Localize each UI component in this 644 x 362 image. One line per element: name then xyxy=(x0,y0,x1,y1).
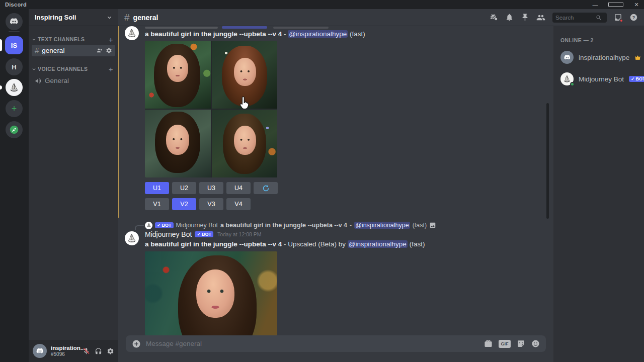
inbox-icon[interactable] xyxy=(614,13,622,22)
discord-logo-icon xyxy=(564,54,571,61)
window-close-button[interactable]: ✕ xyxy=(629,0,644,9)
category-text-channels[interactable]: TEXT CHANNELS + xyxy=(29,35,118,43)
upscaled-image[interactable] xyxy=(145,251,277,335)
avatar[interactable] xyxy=(33,344,47,358)
selected-server-pill xyxy=(0,39,2,51)
category-chevron-icon xyxy=(32,67,36,71)
bot-badge: ✓BOT xyxy=(629,76,644,82)
inbox-notification-dot xyxy=(619,19,623,23)
message-author[interactable]: Midjourney Bot xyxy=(145,230,192,238)
emoji-icon[interactable] xyxy=(531,339,540,348)
message-input[interactable] xyxy=(146,340,479,347)
member-row-inspirationalhype[interactable]: inspirationalhype xyxy=(560,50,640,65)
message-text: a beautiful girl in the junggle --upbeta… xyxy=(145,240,425,248)
reroll-button[interactable] xyxy=(254,182,278,194)
invite-people-icon[interactable] xyxy=(96,47,103,54)
user-settings-gear-icon[interactable] xyxy=(107,347,114,355)
variation-button-v4[interactable]: V4 xyxy=(226,198,251,210)
channel-sidebar: Inspiring Soli TEXT CHANNELS + # general… xyxy=(29,9,118,362)
avatar[interactable] xyxy=(125,26,139,40)
grid-image-3 xyxy=(145,110,211,177)
reply-preview: a beautiful girl in the junggle --upbeta… xyxy=(220,222,347,229)
channel-settings-gear-icon[interactable] xyxy=(106,47,112,54)
member-name: inspirationalhype xyxy=(579,54,629,61)
bot-badge: ✓BOT xyxy=(195,231,213,238)
attach-plus-icon[interactable] xyxy=(132,339,141,348)
reply-reference[interactable]: ✓BOT Midjourney Bot a beautiful girl in … xyxy=(145,221,436,229)
server-button-h[interactable]: H xyxy=(6,58,23,75)
gift-icon[interactable] xyxy=(484,339,493,348)
server-initials: H xyxy=(12,63,16,71)
member-name: Midjourney Bot xyxy=(579,75,624,83)
channel-general[interactable]: # general xyxy=(32,45,115,56)
channel-header: # general ? xyxy=(118,9,644,26)
prompt-text: a beautiful girl in the junggle --upbeta… xyxy=(145,30,282,38)
sticker-icon[interactable] xyxy=(517,339,525,348)
member-row-midjourney-bot[interactable]: Midjourney Bot ✓BOT xyxy=(560,71,640,86)
user-panel: inspiration... #5096 xyxy=(29,340,118,362)
upscale-button-u3[interactable]: U3 xyxy=(199,182,223,194)
generated-image-grid[interactable] xyxy=(145,41,277,177)
sailboat-icon xyxy=(126,28,137,39)
headphones-icon[interactable] xyxy=(95,347,102,355)
sailboat-icon xyxy=(146,223,151,228)
server-button-midjourney[interactable] xyxy=(6,79,23,96)
search-input[interactable] xyxy=(555,15,596,21)
plus-icon: + xyxy=(12,104,17,114)
reply-author[interactable]: Midjourney Bot xyxy=(176,222,218,229)
hash-icon: # xyxy=(124,12,130,23)
avatar xyxy=(145,222,152,229)
upscale-button-u4[interactable]: U4 xyxy=(226,182,251,194)
help-icon[interactable]: ? xyxy=(629,13,638,22)
member-list-icon[interactable] xyxy=(536,13,545,22)
threads-icon[interactable] xyxy=(490,13,498,22)
explore-servers-button[interactable] xyxy=(6,121,23,138)
window-minimize-button[interactable]: — xyxy=(588,0,603,9)
variation-button-v2[interactable]: V2 xyxy=(172,198,196,210)
create-channel-icon[interactable]: + xyxy=(109,35,113,44)
window-titlebar: Discord — ✕ xyxy=(0,0,644,9)
grid-image-1 xyxy=(145,41,211,109)
bot-badge: ✓BOT xyxy=(155,222,174,229)
mention[interactable]: @inspirationalhype xyxy=(348,240,408,248)
category-voice-channels[interactable]: VOICE CHANNELS + xyxy=(29,65,118,73)
window-maximize-button[interactable] xyxy=(608,3,623,7)
upscaled-by-text: - Upscaled (Beta) by xyxy=(284,240,346,248)
microphone-muted-icon[interactable] xyxy=(83,347,90,355)
upscale-button-u2[interactable]: U2 xyxy=(172,182,196,194)
chat-scrollbar[interactable] xyxy=(546,103,549,219)
variation-button-v1[interactable]: V1 xyxy=(145,198,169,210)
create-channel-icon[interactable]: + xyxy=(109,65,113,73)
compass-icon xyxy=(9,124,20,135)
category-label: TEXT CHANNELS xyxy=(38,36,85,42)
verified-check-icon: ✓ xyxy=(157,223,161,228)
hash-icon: # xyxy=(35,46,39,55)
avatar[interactable] xyxy=(125,231,139,245)
sailboat-icon xyxy=(562,74,572,83)
channel-general-voice[interactable]: General xyxy=(32,75,115,86)
category-chevron-icon xyxy=(32,37,36,42)
discord-logo-icon xyxy=(36,347,44,355)
upscale-button-u1[interactable]: U1 xyxy=(145,182,169,194)
search-box[interactable] xyxy=(552,13,607,23)
mention[interactable]: @inspirationalhype xyxy=(354,222,410,229)
gif-picker-icon[interactable]: GIF xyxy=(499,340,511,348)
unread-server-pill xyxy=(0,85,2,89)
mouse-cursor-hand xyxy=(237,96,253,113)
server-header[interactable]: Inspiring Soli xyxy=(29,9,118,26)
reply-spine xyxy=(135,225,144,230)
message-input-bar: GIF xyxy=(126,335,546,352)
owner-crown-icon xyxy=(634,54,641,61)
server-button-is[interactable]: IS xyxy=(5,36,23,54)
variation-button-v3[interactable]: V3 xyxy=(199,198,223,210)
discord-home-button[interactable] xyxy=(6,13,23,30)
notifications-bell-icon[interactable] xyxy=(505,13,514,22)
online-status-dot xyxy=(570,82,575,86)
sailboat-icon xyxy=(126,233,137,244)
speaker-icon xyxy=(35,77,42,84)
avatar xyxy=(560,51,574,64)
mention[interactable]: @inspirationalhype xyxy=(288,30,348,38)
add-server-button[interactable]: + xyxy=(6,100,23,117)
pinned-messages-icon[interactable] xyxy=(521,13,529,22)
channel-name: General xyxy=(45,77,69,84)
